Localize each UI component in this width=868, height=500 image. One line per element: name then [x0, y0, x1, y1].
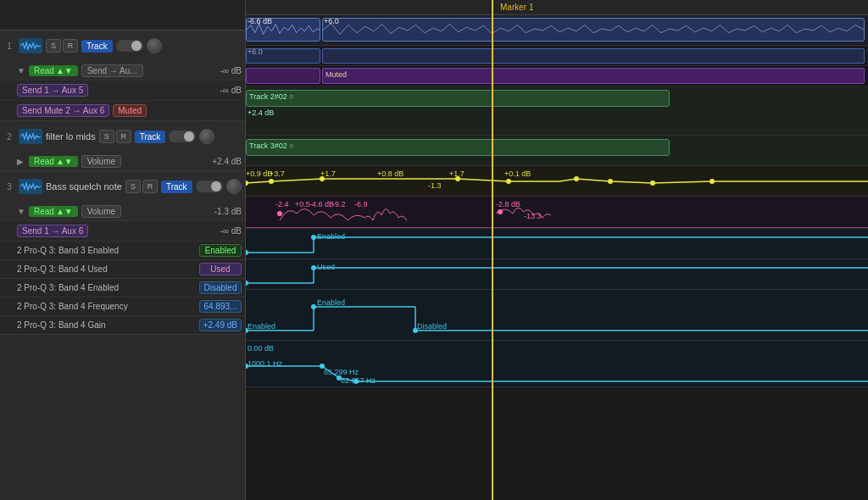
track-3-vol-pt5: +1.7 [449, 169, 465, 178]
track-3-send-pt6: -2.8 dB [496, 200, 520, 208]
track-2-number: 2 [3, 132, 15, 142]
track-3-arrow[interactable]: ▼ [17, 207, 25, 216]
track-3-header: 3 Bass squelch note S R Track ▼ Re [0, 171, 245, 335]
track-3-param3-value: Disabled [199, 281, 242, 294]
track-2-s-button[interactable]: S [99, 130, 114, 143]
track-3-clip-1[interactable]: Track 3#02 ○ [246, 139, 670, 156]
track-2-waveform-icon [19, 129, 42, 144]
track-1-send1-db: -∞ dB [220, 86, 242, 95]
track-2-clip-1[interactable]: Track 2#02 ○ [246, 90, 670, 107]
track-1-sub2-clip2[interactable]: Muted [322, 68, 865, 84]
track-3-read-label: Read [34, 207, 54, 216]
track-1-send-button[interactable]: Send → Au... [81, 64, 143, 77]
track-1-volume-knob[interactable] [147, 38, 162, 53]
svg-point-6 [608, 179, 613, 184]
track-3-read-arrow: ▲▼ [56, 207, 73, 216]
svg-point-27 [311, 304, 316, 309]
track-3-param-band4enabled: 2 Pro-Q 3: Band 4 Enabled Disabled [0, 278, 245, 297]
track-3-number: 3 [3, 182, 15, 192]
track-3-enabled2-label3: Disabled [417, 322, 447, 331]
track-1-read-label: Read [34, 66, 54, 75]
track-3-vol-svg [246, 166, 868, 197]
track-2-volume-knob[interactable] [199, 129, 214, 144]
svg-point-7 [650, 181, 655, 186]
svg-point-1 [269, 179, 274, 184]
track-1-arrange-sub2: Muted [246, 66, 868, 86]
track-1-sub1-clip2[interactable] [322, 48, 865, 64]
track-3-param1-value: Enabled [199, 244, 242, 257]
track-3-vol-button[interactable]: Volume [81, 205, 121, 218]
track-1-number: 1 [3, 42, 15, 51]
track-3-param5-value: +2.49 dB [199, 319, 242, 331]
daw-container: 1 S R Track ▼ Read ▲▼ [0, 0, 868, 500]
track-1-db: -∞ dB [220, 66, 242, 75]
track-3-param2-value: Used [199, 263, 242, 275]
track-2-clip-label: Track 2#02 ○ [247, 92, 297, 102]
track-1-clip-2[interactable] [322, 18, 865, 42]
track-1-send1-label: Send 1 → Aux 5 [17, 84, 88, 97]
track-3-band3-enabled-label1: Enabled [317, 232, 345, 241]
track-3-band4-used-automation: Used [246, 259, 868, 290]
track-1-sendmute-row: Send Mute 2 → Aux 6 Muted [0, 100, 245, 120]
track-3-s-button[interactable]: S [125, 180, 141, 193]
track-1-track-button[interactable]: Track [81, 40, 113, 53]
track-2-main-row: 2 filter lo mids S R Track [0, 121, 245, 152]
track-1-s-button[interactable]: S [46, 39, 61, 53]
track-1-toggle[interactable] [116, 40, 143, 52]
track-2-db: +2.4 dB [212, 157, 242, 166]
track-1-sub2-clip1[interactable] [246, 68, 320, 84]
track-3-used-svg [246, 259, 868, 290]
track-1-arrow[interactable]: ▼ [17, 66, 25, 75]
track-2-r-button[interactable]: R [116, 130, 131, 143]
track-3-send1-db: -∞ dB [220, 226, 242, 236]
track-3-vol-pt2: +3.7 [270, 169, 285, 178]
track-3-enabled2-svg [246, 290, 868, 341]
track-2-track-button[interactable]: Track [135, 131, 166, 143]
track-2-vol-button[interactable]: Volume [81, 155, 121, 168]
track-3-freq-svg [246, 341, 868, 387]
track-1-arrange-main: -6.6 dB +6.0 [246, 15, 868, 46]
track-3-vol-pt3: +1.7 [320, 169, 336, 178]
svg-point-4 [506, 179, 511, 184]
track-1-r-button[interactable]: R [63, 39, 78, 53]
track-1-read-button[interactable]: Read ▲▼ [29, 65, 78, 76]
track-2-read-button[interactable]: Read ▲▼ [29, 156, 78, 167]
track-3-param3-label: 2 Pro-Q 3: Band 4 Enabled [17, 283, 196, 292]
track-2-controls-row: ▶ Read ▲▼ Volume +2.4 dB [0, 152, 245, 170]
track-3-enabled2-label2: Enabled [317, 298, 345, 307]
track-3-param-band3enabled: 2 Pro-Q 3: Band 3 Enabled Enabled [0, 241, 245, 259]
track-headers-panel: 1 S R Track ▼ Read ▲▼ [0, 0, 246, 500]
track-1-muted-clip-label: Muted [323, 69, 349, 81]
track-3-read-button[interactable]: Read ▲▼ [29, 206, 78, 217]
track-3-vol-pt1: +0.9 dB [246, 169, 272, 178]
svg-point-0 [246, 181, 248, 186]
track-3-freq-label2: 65.299 Hz [324, 368, 359, 376]
svg-point-9 [277, 211, 282, 216]
track-3-r-button[interactable]: R [142, 180, 158, 193]
marker-bar: Marker 1 [246, 0, 868, 15]
track-2-arrow[interactable]: ▶ [17, 157, 25, 166]
track-3-freq-label1: 1000.1 Hz [248, 359, 282, 368]
track-1-controls-row: ▼ Read ▲▼ Send → Au... -∞ dB [0, 61, 245, 80]
track-2-arrange-main: Track 2#02 ○ +2.4 dB [246, 86, 868, 136]
track-3-track-button[interactable]: Track [161, 181, 192, 193]
track-3-param5-label: 2 Pro-Q 3: Band 4 Gain [17, 320, 196, 330]
track-3-name: Bass squelch note [46, 181, 122, 192]
track-3-vol-pt4: +0.8 dB [377, 169, 403, 178]
track-3-freq-label3: 62.857 Hz [341, 376, 376, 385]
track-3-send1-label: Send 1 → Aux 6 [17, 225, 88, 237]
track-3-main-row: 3 Bass squelch note S R Track [0, 171, 245, 202]
track-3-vol-pt7: +0.1 dB [504, 169, 531, 178]
playhead-line [492, 0, 493, 500]
track-3-send-automation: -2.4 +0.5 -4.6 dB -9.2 -6.9 -2.8 dB -13.… [246, 197, 868, 229]
track-2-toggle[interactable] [169, 131, 196, 142]
track-1-arrange-sub1: +6.0 [246, 46, 868, 66]
track-1-sr-buttons: S R [46, 39, 78, 53]
track-3-param4-label: 2 Pro-Q 3: Band 4 Frequency [17, 302, 196, 311]
track-3-send-pt2: +0.5 [295, 200, 310, 208]
track-3-toggle[interactable] [196, 181, 223, 192]
track-3-freq-bottom: 0.00 dB [248, 344, 274, 353]
svg-point-5 [574, 176, 579, 181]
track-3-volume-knob[interactable] [226, 179, 242, 194]
track-3-param-band4gain: 2 Pro-Q 3: Band 4 Gain +2.49 dB [0, 315, 245, 334]
